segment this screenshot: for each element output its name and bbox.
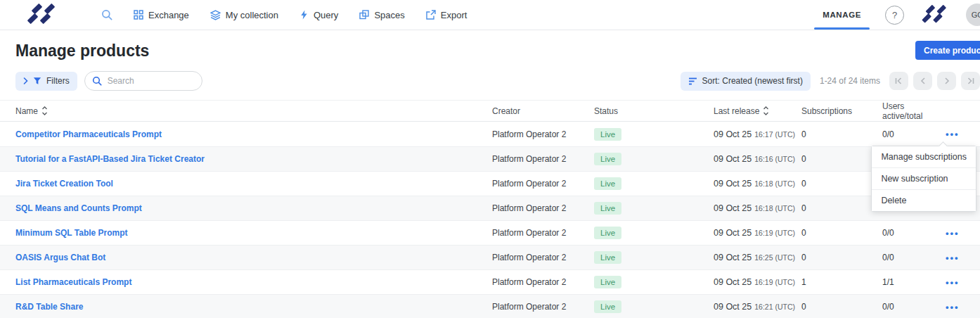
- sort-updown-icon: [41, 106, 48, 115]
- nav-item-exchange[interactable]: Exchange: [134, 10, 189, 20]
- status-badge: Live: [594, 251, 621, 264]
- create-product-button[interactable]: Create product: [915, 41, 980, 60]
- top-nav: Exchange My collection Query Spaces: [0, 0, 980, 30]
- row-actions-button[interactable]: •••: [946, 302, 960, 312]
- pagination-last-button[interactable]: [961, 72, 980, 90]
- column-header-users: Users active/total: [882, 101, 946, 121]
- product-name-link[interactable]: OASIS Argus Chat Bot: [15, 253, 105, 262]
- creator-cell: Platform Operator 2: [492, 179, 594, 189]
- pagination-count: 1-24 of 24 items: [820, 76, 880, 86]
- search-input[interactable]: [106, 75, 202, 87]
- status-badge: Live: [594, 128, 621, 141]
- bolt-icon: [299, 10, 309, 20]
- nav-item-spaces[interactable]: Spaces: [359, 10, 404, 20]
- last-release-cell: 09 Oct 2516:25 (UTC): [714, 253, 801, 262]
- export-icon: [426, 10, 436, 20]
- subscriptions-cell: 0: [801, 129, 882, 139]
- product-name-link[interactable]: SQL Means and Counts Prompt: [15, 203, 142, 213]
- nav-label: My collection: [226, 10, 278, 20]
- page: Exchange My collection Query Spaces: [0, 0, 980, 318]
- product-name-link[interactable]: R&D Table Share: [15, 302, 83, 312]
- product-name-link[interactable]: List Pharmaceuticals Prompt: [15, 277, 131, 287]
- subscriptions-cell: 0: [801, 179, 882, 189]
- row-actions-button[interactable]: •••: [946, 277, 960, 288]
- last-release-cell: 09 Oct 2516:16 (UTC): [714, 154, 801, 164]
- nav-label: Export: [441, 10, 468, 20]
- last-release-cell: 09 Oct 2516:17 (UTC): [714, 129, 801, 139]
- table-body: Competitor Pharmaceuticals Prompt Platfo…: [0, 122, 980, 318]
- tab-manage[interactable]: MANAGE: [814, 0, 870, 30]
- layers-icon: [210, 10, 221, 20]
- users-cell: 1/1: [882, 277, 946, 287]
- column-header-name[interactable]: Name: [15, 106, 492, 116]
- filters-label: Filters: [46, 76, 70, 86]
- last-release-cell: 09 Oct 2516:19 (UTC): [714, 228, 801, 238]
- status-badge: Live: [594, 153, 621, 165]
- table-row: R&D Table Share Platform Operator 2 Live…: [0, 294, 980, 318]
- last-release-cell: 09 Oct 2516:18 (UTC): [714, 203, 801, 213]
- products-table: Name Creator Status Last release Subscri…: [0, 100, 980, 318]
- page-title: Manage products: [15, 42, 980, 61]
- help-button[interactable]: ?: [885, 6, 904, 25]
- menu-item-new-subscription[interactable]: New subscription: [872, 167, 976, 189]
- nav-items: Exchange My collection Query Spaces: [101, 9, 467, 20]
- pagination-prev-button[interactable]: [913, 72, 932, 90]
- pagination-next-button[interactable]: [937, 72, 956, 90]
- menu-item-delete[interactable]: Delete: [872, 189, 976, 211]
- column-header-last-release[interactable]: Last release: [714, 106, 801, 116]
- table-row: Competitor Pharmaceuticals Prompt Platfo…: [0, 122, 980, 146]
- nav-label: Exchange: [148, 10, 189, 20]
- subscriptions-cell: 0: [801, 154, 882, 164]
- users-cell: 0/0: [882, 302, 946, 312]
- creator-cell: Platform Operator 2: [492, 154, 594, 164]
- sort-button[interactable]: Sort: Created (newest first): [681, 72, 811, 91]
- table-row: SQL Means and Counts Prompt Platform Ope…: [0, 196, 980, 220]
- creator-cell: Platform Operator 2: [492, 277, 594, 287]
- table-row: Jira Ticket Creation Tool Platform Opera…: [0, 171, 980, 196]
- last-release-cell: 09 Oct 2516:18 (UTC): [714, 179, 801, 189]
- nav-item-query[interactable]: Query: [299, 10, 338, 20]
- nav-item-export[interactable]: Export: [426, 10, 468, 20]
- user-avatar[interactable]: GC: [966, 4, 980, 26]
- toolbar-right: Sort: Created (newest first) 1-24 of 24 …: [681, 72, 980, 91]
- avatar-initials: GC: [972, 11, 980, 19]
- search-box: [84, 71, 202, 91]
- pagination: [889, 72, 980, 90]
- row-actions-button[interactable]: •••: [946, 129, 960, 139]
- nav-label: Query: [314, 10, 338, 20]
- chevron-right-icon: [23, 77, 28, 84]
- pagination-first-button[interactable]: [889, 72, 908, 90]
- creator-cell: Platform Operator 2: [492, 253, 594, 262]
- subscriptions-cell: 1: [801, 277, 882, 287]
- column-header-subscriptions: Subscriptions: [801, 106, 882, 116]
- row-actions-button[interactable]: •••: [946, 228, 960, 238]
- sort-updown-icon: [763, 106, 769, 115]
- status-badge: Live: [594, 300, 621, 313]
- row-actions-menu: Manage subscriptions New subscription De…: [871, 146, 976, 212]
- filters-button[interactable]: Filters: [15, 72, 77, 91]
- nav-item-my-collection[interactable]: My collection: [210, 10, 278, 20]
- subscriptions-cell: 0: [801, 203, 882, 213]
- product-name-link[interactable]: Minimum SQL Table Prompt: [15, 228, 128, 238]
- users-cell: 0/0: [882, 228, 946, 238]
- status-badge: Live: [594, 202, 621, 215]
- product-name-link[interactable]: Jira Ticket Creation Tool: [15, 179, 113, 189]
- creator-cell: Platform Operator 2: [492, 203, 594, 213]
- creator-cell: Platform Operator 2: [492, 302, 594, 312]
- users-cell: 0/0: [882, 129, 946, 139]
- product-name-link[interactable]: Tutorial for a FastAPI-Based Jira Ticket…: [15, 154, 205, 164]
- help-icon: ?: [892, 10, 897, 20]
- last-release-cell: 09 Oct 2516:19 (UTC): [714, 277, 801, 287]
- row-actions-button[interactable]: •••: [946, 253, 960, 263]
- menu-item-manage-subscriptions[interactable]: Manage subscriptions: [872, 146, 976, 167]
- overlap-squares-icon: [359, 10, 369, 20]
- product-name-link[interactable]: Competitor Pharmaceuticals Prompt: [15, 129, 162, 139]
- nav-right: MANAGE ? GC: [814, 0, 980, 30]
- table-header: Name Creator Status Last release Subscri…: [0, 100, 980, 122]
- table-row: List Pharmaceuticals Prompt Platform Ope…: [0, 269, 980, 294]
- search-icon[interactable]: [101, 9, 112, 20]
- filter-funnel-icon: [33, 77, 41, 85]
- brand-logo-icon: [922, 6, 949, 24]
- status-badge: Live: [594, 276, 621, 288]
- table-row: Tutorial for a FastAPI-Based Jira Ticket…: [0, 146, 980, 171]
